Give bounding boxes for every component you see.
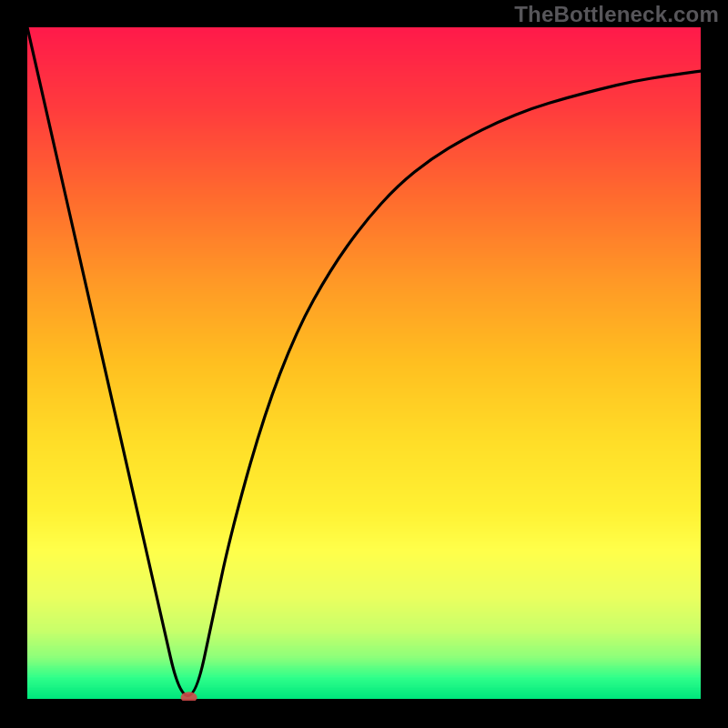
plot-area (27, 27, 701, 701)
chart-frame: TheBottleneck.com (0, 0, 728, 728)
bottleneck-curve (27, 27, 701, 701)
watermark-text: TheBottleneck.com (514, 2, 719, 27)
